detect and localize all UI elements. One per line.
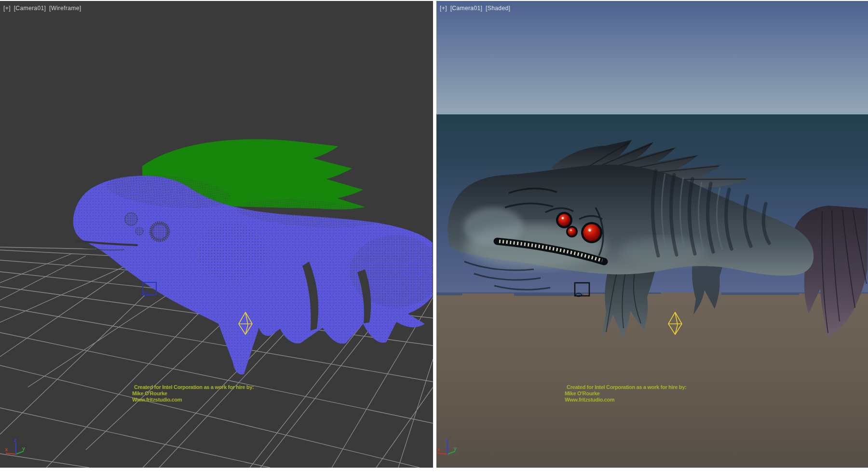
viewport-general-menu[interactable]: [+] (440, 5, 447, 12)
viewport-shading-menu[interactable]: [Shaded] (486, 5, 510, 12)
viewport-general-menu[interactable]: [+] (3, 5, 11, 12)
viewport-camera-menu[interactable]: [Camera01] (450, 5, 483, 12)
axis-x-label: x (5, 446, 8, 452)
world-axis-tripod: x y z (436, 437, 464, 462)
viewport-shaded[interactable]: [+] [Camera01] [Shaded] Created for Inte… (436, 1, 868, 468)
viewport-shading-menu[interactable]: [Wireframe] (49, 5, 81, 12)
world-axis-tripod: x y z (3, 437, 31, 462)
viewport-wireframe[interactable]: [+] [Camera01] [Wireframe] Created for I… (0, 1, 433, 468)
axis-z-label: z (14, 437, 17, 443)
fish-model-shaded[interactable] (448, 140, 868, 338)
axis-y-label: y (454, 445, 457, 451)
viewport-label-right: [+] [Camera01] [Shaded] (440, 5, 512, 12)
credit-text-right: Created for Intel Corporation as a work … (565, 384, 686, 403)
helper-octahedron-shaded[interactable] (668, 312, 682, 334)
viewport-camera-menu[interactable]: [Camera01] (14, 5, 46, 12)
credit-text-left: Created for Intel Corporation as a work … (132, 384, 254, 403)
dual-viewport-stage: [+] [Camera01] [Wireframe] Created for I… (0, 0, 868, 472)
viewport-label-left: [+] [Camera01] [Wireframe] (3, 5, 82, 12)
helper-box-shaded[interactable] (575, 283, 589, 297)
axis-x-label: x (437, 446, 440, 452)
axis-y-label: y (22, 445, 26, 451)
axis-z-label: z (446, 437, 448, 443)
fish-model-wireframe[interactable] (73, 139, 433, 374)
